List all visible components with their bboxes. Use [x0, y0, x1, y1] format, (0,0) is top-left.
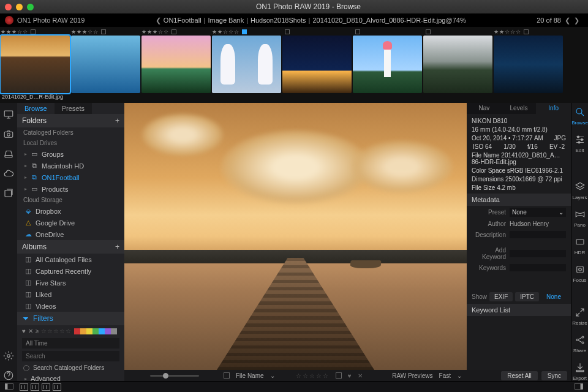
albums-header[interactable]: Albums+ — [17, 240, 124, 254]
tab-info[interactable]: Info — [536, 103, 571, 114]
pano-icon[interactable] — [575, 209, 586, 220]
share-icon[interactable] — [575, 334, 586, 345]
chevron-down-icon[interactable]: ⌄ — [270, 372, 275, 379]
thumb-tag[interactable] — [31, 29, 36, 34]
color-space: sRGB IEC61966-2.1 — [507, 167, 563, 174]
color-swatches[interactable] — [74, 328, 117, 334]
photo-viewer[interactable] — [124, 103, 467, 370]
focus-icon[interactable] — [575, 264, 586, 275]
star-filter[interactable]: ☆☆☆☆☆ — [41, 328, 72, 334]
albums-icon[interactable] — [3, 187, 14, 198]
breadcrumb[interactable]: ❮ ON1Football| Image Bank| Hudson2018Sho… — [85, 17, 537, 24]
author-value[interactable]: Hudson Henry — [510, 221, 549, 227]
exif-button[interactable]: EXIF — [489, 292, 513, 301]
filters-header[interactable]: ⏷Filters — [17, 312, 124, 325]
minimize-window[interactable] — [16, 4, 23, 10]
raw-previews-value[interactable]: Fast — [439, 372, 451, 379]
album-row[interactable]: ◫Five Stars — [17, 277, 124, 288]
sort-check[interactable] — [224, 372, 230, 379]
reject-icon[interactable]: ✕ — [358, 372, 363, 379]
filter-time[interactable] — [22, 338, 119, 349]
sort-label[interactable]: File Name — [236, 372, 264, 379]
cloud-icon[interactable] — [3, 168, 14, 179]
album-row[interactable]: ◫Captured Recently — [17, 265, 124, 277]
reset-all-button[interactable]: Reset All — [501, 371, 537, 380]
monitor-icon[interactable] — [3, 109, 14, 120]
sync-button[interactable]: Sync — [541, 371, 567, 380]
add-keyword-field[interactable] — [510, 250, 566, 257]
local-drives-label: Local Drives — [17, 138, 124, 148]
breadcrumb-back-icon[interactable]: ❮ — [156, 17, 161, 24]
close-window[interactable] — [5, 4, 12, 10]
window-controls — [5, 4, 34, 10]
tab-nav[interactable]: Nav — [467, 103, 502, 114]
thumb[interactable] — [1, 36, 70, 93]
like-icon[interactable]: ✕ — [28, 328, 33, 334]
favorite-icon[interactable]: ♥ — [22, 328, 26, 334]
thumb[interactable] — [494, 36, 563, 93]
album-row[interactable]: ◫Videos — [17, 300, 124, 312]
svg-point-10 — [578, 141, 580, 143]
svg-point-2 — [7, 134, 10, 137]
iptc-button[interactable]: IPTC — [515, 292, 539, 301]
tab-levels[interactable]: Levels — [502, 103, 537, 114]
tab-presets[interactable]: Presets — [55, 103, 92, 114]
panel-toggle-left[interactable] — [5, 383, 13, 391]
thumb[interactable] — [353, 36, 422, 93]
rating-stars[interactable]: ☆☆☆☆☆ — [296, 372, 330, 379]
cloud-row[interactable]: ☁OneDrive — [17, 228, 124, 240]
thumb[interactable] — [212, 36, 281, 93]
metadata-header[interactable]: Metadata — [467, 194, 571, 206]
folder-row[interactable]: ▸▭Groups — [17, 148, 124, 160]
description-field[interactable] — [510, 231, 566, 238]
album-row[interactable]: ◫All Cataloged Files — [17, 254, 124, 265]
thumb[interactable] — [423, 36, 492, 93]
zoom-slider[interactable] — [150, 375, 199, 377]
thumb-rating: ★★★☆☆ — [1, 28, 70, 36]
none-button[interactable]: None — [541, 292, 566, 301]
add-album-icon[interactable]: + — [115, 243, 119, 251]
cloud-row[interactable]: △Google Drive — [17, 217, 124, 228]
thumb[interactable] — [282, 36, 352, 93]
add-folder-icon[interactable]: + — [115, 116, 119, 125]
iso-value: ISO 64 — [473, 143, 492, 150]
label-box[interactable] — [336, 372, 342, 379]
keyword-list-header[interactable]: Keyword List — [467, 304, 571, 316]
panel-toggle-right[interactable] — [575, 383, 583, 391]
edit-mode-icon[interactable] — [575, 134, 586, 145]
chevron-down-icon[interactable]: ⌄ — [457, 372, 462, 379]
next-image-icon[interactable]: ❯ — [574, 17, 579, 24]
tab-browse[interactable]: Browse — [17, 103, 55, 114]
view-mode-icons[interactable] — [20, 383, 61, 391]
prev-image-icon[interactable]: ❮ — [565, 17, 570, 24]
thumb[interactable] — [71, 36, 140, 93]
folder-row-selected[interactable]: ▸⧉ON1Football — [17, 172, 124, 183]
drive-icon[interactable] — [3, 148, 14, 159]
advanced-toggle[interactable]: ▸Advanced — [17, 373, 124, 381]
layers-icon[interactable] — [575, 181, 586, 192]
album-row[interactable]: ◫Liked — [17, 288, 124, 300]
thumb[interactable] — [141, 36, 211, 93]
help-icon[interactable] — [3, 370, 14, 381]
album-icon: ◫ — [24, 267, 32, 275]
camera-icon[interactable] — [3, 129, 14, 140]
cloud-row[interactable]: ⬙Dropbox — [17, 205, 124, 217]
hdr-icon[interactable] — [575, 236, 586, 247]
resize-icon[interactable] — [575, 307, 586, 318]
folder-row[interactable]: ▸▭Products — [17, 183, 124, 195]
keywords-field[interactable] — [510, 264, 566, 271]
search-input[interactable] — [22, 351, 119, 361]
heart-icon[interactable]: ♥ — [348, 372, 352, 379]
folders-header[interactable]: Folders+ — [17, 114, 124, 127]
settings-icon[interactable] — [3, 350, 14, 361]
svg-point-9 — [581, 139, 582, 141]
gte-icon[interactable]: ≥ — [36, 328, 39, 334]
export-icon[interactable] — [575, 362, 586, 373]
browse-mode-icon[interactable] — [575, 107, 586, 118]
camera-model: NIKON D810 — [472, 118, 566, 124]
folder-row[interactable]: ▸⧉Macintosh HD — [17, 160, 124, 172]
search-cataloged-toggle[interactable]: Search Cataloged Folders — [17, 363, 124, 373]
zoom-window[interactable] — [27, 4, 34, 10]
right-icon-rail: Browse Edit Layers Pano HDR Focus Resize… — [571, 103, 588, 381]
preset-row[interactable]: PresetNone⌄ — [467, 206, 571, 219]
